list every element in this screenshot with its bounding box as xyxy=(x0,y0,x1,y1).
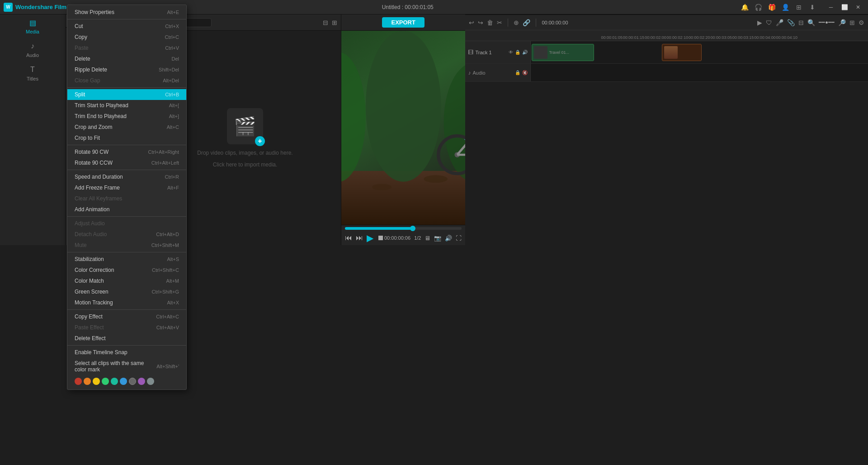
ctx-delete-effect[interactable]: Delete Effect xyxy=(67,333,186,344)
camera-icon[interactable]: 📷 xyxy=(434,235,441,242)
close-button[interactable]: ✕ xyxy=(852,2,864,12)
monitor-icon[interactable]: 🖥 xyxy=(425,235,430,242)
ctx-sep-2 xyxy=(67,87,186,88)
zoom-out-icon[interactable]: 🔍 xyxy=(807,19,815,26)
ctx-stabilization[interactable]: Stabilization Alt+S xyxy=(67,254,186,265)
ctx-cut-shortcut: Ctrl+X xyxy=(165,24,179,29)
color-purple[interactable] xyxy=(138,378,145,385)
timeline-section: ↩ ↪ 🗑 ✂ ⊕ 🔗 00:00:00:00 ▶ 🛡 🎤 📎 ⊟ 🔍 ━━●━… xyxy=(465,14,868,114)
track-lock-icon[interactable]: 🔒 xyxy=(515,50,520,55)
download-icon[interactable]: ⬇ xyxy=(807,2,817,12)
color-teal[interactable] xyxy=(111,378,118,385)
color-gray-dark[interactable] xyxy=(129,378,136,385)
ctx-enable-snap[interactable]: Enable Timeline Snap xyxy=(67,347,186,358)
mic-icon[interactable]: 🎤 xyxy=(776,19,783,26)
color-blue[interactable] xyxy=(120,378,127,385)
layout-icon[interactable]: ⊟ xyxy=(798,19,804,26)
ctx-crop-zoom[interactable]: Crop and Zoom Alt+C xyxy=(67,122,186,133)
ctx-split[interactable]: Split Ctrl+B xyxy=(67,89,186,100)
undo-button[interactable]: ↩ xyxy=(469,19,474,26)
color-orange[interactable] xyxy=(84,378,91,385)
nav-tab-titles[interactable]: T Titles xyxy=(0,62,65,85)
minimize-button[interactable]: ─ xyxy=(825,2,837,12)
ctx-motion-tracking[interactable]: Motion Tracking Alt+X xyxy=(67,297,186,308)
ctx-select-color-clips[interactable]: Select all clips with the same color mar… xyxy=(67,358,186,375)
ctx-rotate-ccw[interactable]: Rotate 90 CCW Ctrl+Alt+Left xyxy=(67,157,186,168)
gift-icon[interactable]: 🎁 xyxy=(767,2,777,12)
apps-icon[interactable]: ⊞ xyxy=(794,2,804,12)
color-green[interactable] xyxy=(102,378,109,385)
ruler-mark-7: 00:00:04:00 xyxy=(754,35,776,41)
fit-icon[interactable]: ⊞ xyxy=(849,19,855,26)
ctx-ripple-delete[interactable]: Ripple Delete Shift+Del xyxy=(67,64,186,75)
preview-video-frame xyxy=(341,31,465,225)
ctx-paste: Paste Ctrl+V xyxy=(67,43,186,53)
export-button[interactable]: EXPORT xyxy=(382,17,424,28)
zoom-slider[interactable]: ━━●━━ xyxy=(819,19,835,25)
nav-tab-audio[interactable]: ♪ Audio xyxy=(0,38,65,62)
audio-lock-icon[interactable]: 🔒 xyxy=(515,70,520,75)
ruler-mark-0: 00:00:01:05 xyxy=(601,35,623,41)
ruler-mark-4: 00:00:02:20 xyxy=(689,35,710,41)
track-volume-icon[interactable]: 🔊 xyxy=(522,50,528,55)
ctx-rotate-cw[interactable]: Rotate 90 CW Ctrl+Alt+Right xyxy=(67,147,186,157)
ctx-crop-fit[interactable]: Crop to Fit xyxy=(67,133,186,143)
ctx-color-correction[interactable]: Color Correction Ctrl+Shift+C xyxy=(67,265,186,275)
audio-track-body[interactable] xyxy=(531,64,868,81)
magnet-button[interactable]: ⊕ xyxy=(514,19,519,26)
playback-controls: ⏮ ⏭ ▶ ⏹ xyxy=(345,232,384,243)
audio-volume-icon[interactable]: 🔇 xyxy=(522,70,528,75)
ctx-cut[interactable]: Cut Ctrl+X xyxy=(67,21,186,32)
play-timeline-button[interactable]: ▶ xyxy=(757,19,762,26)
video-track-body[interactable]: Travel 01... xyxy=(531,41,868,63)
progress-thumb xyxy=(410,226,415,231)
stop-button[interactable]: ⏹ xyxy=(377,234,384,242)
rewind-button[interactable]: ⏭ xyxy=(356,234,363,242)
ctx-stabilization-label: Stabilization xyxy=(75,256,104,262)
ctx-paste-label: Paste xyxy=(75,45,89,51)
zoom-in-icon[interactable]: 🔎 xyxy=(838,19,846,26)
preview-header: EXPORT xyxy=(341,14,465,31)
ctx-speed-duration[interactable]: Speed and Duration Ctrl+R xyxy=(67,171,186,182)
ctx-green-screen[interactable]: Green Screen Ctrl+Shift+G xyxy=(67,286,186,297)
ctx-motion-tracking-shortcut: Alt+X xyxy=(167,300,179,305)
track-eye-icon[interactable]: 👁 xyxy=(509,50,513,55)
clip-icon[interactable]: 📎 xyxy=(787,19,795,26)
color-yellow[interactable] xyxy=(93,378,100,385)
preview-progress-bar[interactable] xyxy=(345,227,462,230)
ctx-trim-end[interactable]: Trim End to Playhead Alt+] xyxy=(67,111,186,122)
delete-clip-button[interactable]: 🗑 xyxy=(487,19,493,26)
ctx-split-label: Split xyxy=(75,91,85,98)
volume-icon[interactable]: 🔊 xyxy=(445,235,452,242)
ctx-add-animation[interactable]: Add Animation xyxy=(67,204,186,215)
clip-green[interactable]: Travel 01... xyxy=(532,44,594,61)
prev-frame-button[interactable]: ⏮ xyxy=(345,234,352,242)
titles-tab-icon: T xyxy=(28,65,37,74)
ctx-delete[interactable]: Delete Del xyxy=(67,53,186,64)
ctx-trim-start[interactable]: Trim Start to Playhead Alt+[ xyxy=(67,100,186,111)
clip-orange[interactable] xyxy=(662,44,702,61)
restore-button[interactable]: ⬜ xyxy=(838,2,851,12)
ctx-color-match[interactable]: Color Match Alt+M xyxy=(67,275,186,286)
headset-icon[interactable]: 🎧 xyxy=(753,2,763,12)
fullscreen-icon[interactable]: ⛶ xyxy=(456,235,462,242)
ctx-freeze-frame[interactable]: Add Freeze Frame Alt+F xyxy=(67,182,186,193)
clip-orange-thumb xyxy=(664,46,678,59)
cut-clip-button[interactable]: ✂ xyxy=(497,19,502,26)
account-icon[interactable]: 👤 xyxy=(780,2,790,12)
play-button[interactable]: ▶ xyxy=(367,232,373,243)
redo-button[interactable]: ↪ xyxy=(478,19,483,26)
ctx-copy[interactable]: Copy Ctrl+C xyxy=(67,32,186,43)
ctx-copy-effect[interactable]: Copy Effect Ctrl+Alt+C xyxy=(67,311,186,322)
ctx-show-properties[interactable]: Show Properties Alt+E xyxy=(67,7,186,18)
link-button[interactable]: 🔗 xyxy=(523,19,530,26)
notifications-icon[interactable]: 🔔 xyxy=(740,2,750,12)
color-gray[interactable] xyxy=(147,378,154,385)
timeline-settings-icon[interactable]: ⚙ xyxy=(859,19,864,26)
shield-icon[interactable]: 🛡 xyxy=(766,19,772,26)
ctx-enable-snap-label: Enable Timeline Snap xyxy=(75,349,127,356)
color-red[interactable] xyxy=(75,378,82,385)
grid-view-icon[interactable]: ⊞ xyxy=(332,19,337,26)
nav-tab-media[interactable]: ▤ Media xyxy=(0,14,65,38)
filter-icon[interactable]: ⊟ xyxy=(323,19,328,26)
